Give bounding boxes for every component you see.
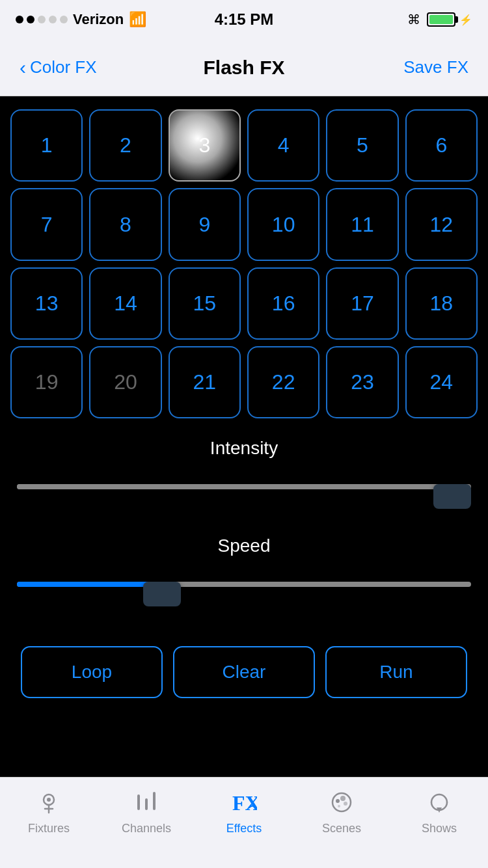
- dot-5: [60, 16, 68, 23]
- grid-cell-19[interactable]: 19: [10, 346, 83, 418]
- intensity-track: [17, 484, 471, 489]
- svg-point-12: [344, 802, 347, 806]
- tab-bar: Fixtures Channels FX Effects: [0, 777, 488, 868]
- dot-3: [38, 16, 46, 23]
- bluetooth-icon: ⌘: [407, 12, 420, 27]
- page-title: Flash FX: [203, 57, 284, 79]
- speed-fill: [17, 582, 162, 587]
- wifi-icon: 📶: [129, 11, 146, 28]
- grid-cell-4[interactable]: 4: [247, 109, 319, 182]
- grid-cell-3[interactable]: 3: [169, 109, 241, 182]
- grid-cell-1[interactable]: 1: [10, 109, 83, 182]
- bottom-buttons: Loop Clear Run: [10, 633, 478, 711]
- svg-point-9: [332, 793, 351, 811]
- chevron-left-icon: ‹: [20, 57, 26, 79]
- intensity-fill: [17, 484, 431, 489]
- svg-point-13: [338, 805, 340, 807]
- status-right: ⌘ ⚡: [407, 12, 472, 27]
- battery-body: [427, 12, 455, 27]
- effects-tab-label: Effects: [226, 822, 262, 835]
- channels-tab-label: Channels: [122, 822, 171, 835]
- grid-cell-11[interactable]: 11: [326, 188, 398, 260]
- run-button[interactable]: Run: [325, 646, 467, 698]
- svg-point-1: [47, 798, 51, 802]
- nav-bar: ‹ Color FX Flash FX Save FX: [0, 39, 488, 96]
- fixture-grid: 123456789101112131415161718192021222324: [10, 109, 478, 418]
- grid-cell-21[interactable]: 21: [169, 346, 241, 418]
- svg-rect-2: [137, 794, 140, 810]
- back-button[interactable]: ‹ Color FX: [20, 57, 97, 79]
- speed-group: Speed: [17, 536, 471, 601]
- tab-fixtures[interactable]: Fixtures: [16, 787, 81, 835]
- save-fx-button[interactable]: Save FX: [403, 57, 468, 77]
- grid-cell-6[interactable]: 6: [405, 109, 478, 182]
- dot-2: [27, 16, 34, 23]
- status-time: 4:15 PM: [215, 10, 274, 29]
- grid-cell-18[interactable]: 18: [405, 267, 478, 340]
- grid-cell-17[interactable]: 17: [326, 267, 398, 340]
- main-content: 123456789101112131415161718192021222324 …: [0, 96, 488, 711]
- grid-cell-8[interactable]: 8: [89, 188, 161, 260]
- loop-button[interactable]: Loop: [21, 646, 163, 698]
- battery-fill: [429, 15, 453, 24]
- carrier-label: Verizon: [73, 11, 124, 28]
- sliders-section: Intensity Speed: [10, 438, 478, 601]
- status-bar: Verizon 📶 4:15 PM ⌘ ⚡: [0, 0, 488, 39]
- dot-1: [16, 16, 23, 23]
- tab-shows[interactable]: Shows: [407, 787, 472, 835]
- channels-icon: [131, 787, 162, 818]
- shows-icon: [424, 787, 455, 818]
- scenes-tab-label: Scenes: [322, 822, 361, 835]
- tab-channels[interactable]: Channels: [114, 787, 179, 835]
- tab-effects[interactable]: FX Effects: [211, 787, 277, 835]
- intensity-group: Intensity: [17, 438, 471, 503]
- grid-cell-2[interactable]: 2: [89, 109, 161, 182]
- grid-cell-16[interactable]: 16: [247, 267, 319, 340]
- speed-track: [17, 582, 471, 587]
- svg-point-10: [336, 799, 340, 803]
- grid-cell-14[interactable]: 14: [89, 267, 161, 340]
- fixtures-icon: [33, 787, 64, 818]
- effects-icon: FX: [228, 787, 260, 818]
- intensity-label: Intensity: [17, 438, 471, 459]
- speed-thumb[interactable]: [143, 582, 181, 606]
- svg-rect-4: [153, 792, 156, 810]
- shows-tab-label: Shows: [422, 822, 457, 835]
- scenes-icon: [326, 787, 357, 818]
- grid-cell-12[interactable]: 12: [405, 188, 478, 260]
- battery: ⚡: [427, 12, 472, 27]
- clear-button[interactable]: Clear: [173, 646, 315, 698]
- speed-label: Speed: [17, 536, 471, 556]
- grid-cell-22[interactable]: 22: [247, 346, 319, 418]
- grid-cell-5[interactable]: 5: [326, 109, 398, 182]
- grid-cell-7[interactable]: 7: [10, 188, 83, 260]
- signal-dots: [16, 16, 68, 23]
- svg-rect-3: [145, 798, 148, 810]
- svg-point-11: [340, 796, 346, 801]
- tab-scenes[interactable]: Scenes: [309, 787, 374, 835]
- dot-4: [49, 16, 57, 23]
- grid-cell-10[interactable]: 10: [247, 188, 319, 260]
- grid-cell-15[interactable]: 15: [169, 267, 241, 340]
- grid-cell-13[interactable]: 13: [10, 267, 83, 340]
- grid-cell-9[interactable]: 9: [169, 188, 241, 260]
- grid-cell-20[interactable]: 20: [89, 346, 161, 418]
- status-left: Verizon 📶: [16, 11, 146, 28]
- battery-bolt-icon: ⚡: [459, 14, 472, 26]
- grid-cell-24[interactable]: 24: [405, 346, 478, 418]
- speed-slider-container[interactable]: [17, 568, 471, 601]
- grid-cell-23[interactable]: 23: [326, 346, 398, 418]
- svg-text:FX: FX: [232, 791, 257, 815]
- back-label: Color FX: [30, 57, 97, 77]
- intensity-thumb[interactable]: [433, 484, 471, 509]
- intensity-slider-container[interactable]: [17, 470, 471, 503]
- fixtures-tab-label: Fixtures: [28, 822, 70, 835]
